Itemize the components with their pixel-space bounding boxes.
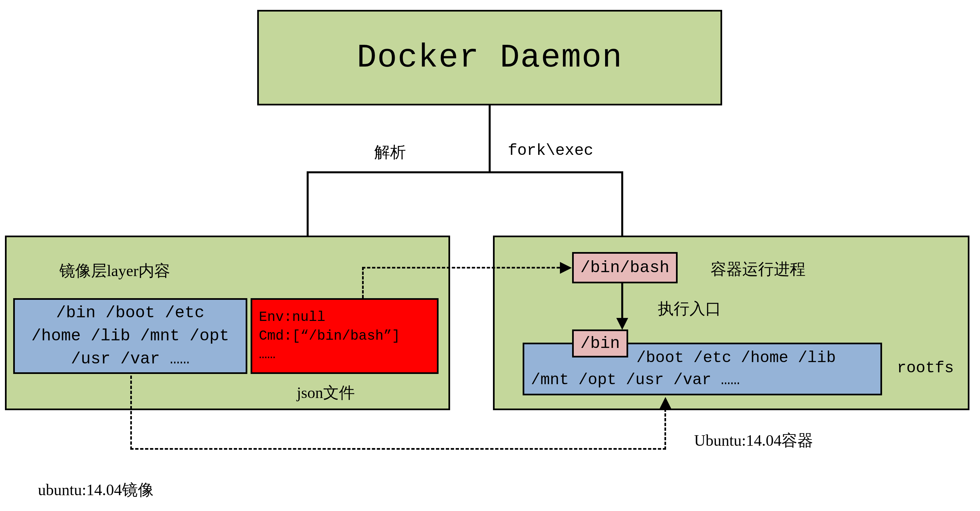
json-line2: Cmd:[“/bin/bash”] bbox=[259, 327, 437, 346]
edge-entry-label: 执行入口 bbox=[658, 298, 721, 319]
image-caption: ubuntu:14.04镜像 bbox=[38, 479, 154, 500]
bin-text: /bin bbox=[580, 334, 620, 353]
rootfs-line1: /boot /etc /home /lib bbox=[636, 347, 880, 369]
docker-daemon-box: Docker Daemon bbox=[257, 10, 722, 105]
binbash-text: /bin/bash bbox=[580, 258, 670, 277]
edge-parse-label: 解析 bbox=[374, 142, 406, 163]
edge-split-horizontal bbox=[307, 171, 623, 173]
edge-layer-to-rootfs-v1 bbox=[130, 376, 132, 450]
edge-json-to-binbash-h bbox=[362, 267, 560, 268]
edge-entry-down bbox=[621, 283, 623, 318]
bin-box: /bin bbox=[572, 330, 628, 357]
layer-content-box: /bin /boot /etc /home /lib /mnt /opt /us… bbox=[13, 298, 247, 374]
layer-line2: /home /lib /mnt /opt bbox=[31, 325, 229, 348]
json-file-box: Env:null Cmd:[“/bin/bash”] …… bbox=[251, 298, 439, 374]
edge-layer-to-rootfs-arrowhead bbox=[660, 397, 671, 409]
edge-fork-label: fork\exec bbox=[508, 142, 593, 159]
layer-line1: /bin /boot /etc bbox=[56, 302, 204, 325]
edge-json-to-binbash-arrowhead bbox=[560, 262, 572, 274]
layer-line3: /usr /var …… bbox=[71, 348, 189, 371]
container-proc-label: 容器运行进程 bbox=[711, 259, 805, 280]
binbash-box: /bin/bash bbox=[572, 252, 678, 283]
container-caption: Ubuntu:14.04容器 bbox=[694, 430, 813, 451]
json-line1: Env:null bbox=[259, 308, 437, 327]
edge-json-to-binbash-v bbox=[362, 267, 364, 298]
docker-daemon-title: Docker Daemon bbox=[357, 39, 622, 76]
rootfs-line2: /mnt /opt /usr /var …… bbox=[531, 369, 880, 391]
edge-layer-to-rootfs-v2 bbox=[665, 409, 666, 450]
json-line3: …… bbox=[259, 345, 437, 364]
image-layer-heading: 镜像层layer内容 bbox=[59, 260, 170, 281]
edge-entry-arrowhead bbox=[616, 318, 628, 330]
rootfs-label: rootfs bbox=[897, 359, 954, 377]
edge-daemon-down bbox=[489, 105, 491, 171]
edge-fork-down bbox=[621, 171, 623, 241]
edge-layer-to-rootfs-h bbox=[130, 448, 666, 450]
json-file-label: json文件 bbox=[297, 382, 355, 403]
